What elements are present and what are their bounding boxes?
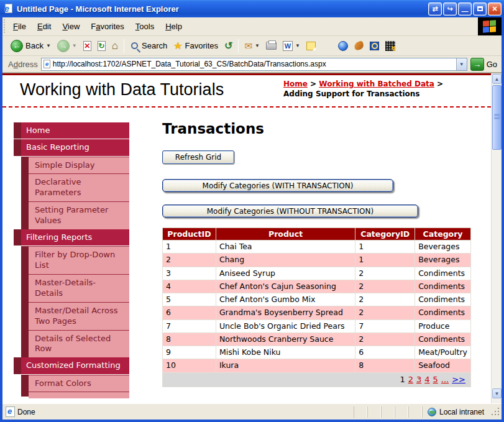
table-cell: 5 <box>163 293 216 306</box>
address-input[interactable]: e http://localhost:1702/ASPNET_Data_Tuto… <box>41 58 467 71</box>
sidebar-item-label: Simple Display <box>29 157 129 174</box>
table-row: 1Chai Tea1Beverages <box>163 241 471 254</box>
site-title: Working with Data Tutorials <box>20 80 224 99</box>
sidebar-item-clipped[interactable] <box>21 392 129 397</box>
history-button[interactable]: ↺ <box>221 40 236 52</box>
discuss-icon <box>306 42 316 50</box>
reference-button[interactable] <box>367 40 382 52</box>
back-button[interactable]: ← Back ▼ <box>7 39 54 53</box>
address-url[interactable]: http://localhost:1702/ASPNET_Data_Tutori… <box>53 60 456 68</box>
minimize-button[interactable]: — <box>458 2 472 16</box>
address-label: Address <box>8 60 38 69</box>
menu-tools[interactable]: Tools <box>130 19 160 34</box>
menu-favorites[interactable]: Favorites <box>85 19 129 34</box>
sidebar-item-label: Basic Reporting <box>21 139 129 155</box>
security-zone: Local intranet <box>422 406 490 418</box>
search-button[interactable]: Search <box>127 40 170 52</box>
table-cell: 3 <box>163 267 216 280</box>
stop-button[interactable]: ✕ <box>80 40 94 52</box>
edit-with-word-button[interactable]: W ▼ <box>280 40 303 52</box>
sidebar-item-format-colors[interactable]: Format Colors <box>21 375 129 392</box>
scroll-down-button[interactable]: ▼ <box>492 388 502 398</box>
table-cell: Mishi Kobe Niku <box>216 346 355 359</box>
sidebar-item-master-detail-across-two-pages[interactable]: Master/Detail Across Two Pages <box>21 302 129 330</box>
pager-page-link[interactable]: 5 <box>433 375 438 384</box>
table-cell: Chef Anton's Cajun Seasoning <box>216 280 355 293</box>
sidebar-item-label: Declarative Parameters <box>29 173 129 201</box>
mail-dropdown-icon[interactable]: ▼ <box>255 43 260 48</box>
refresh-button[interactable]: ↻ <box>94 40 109 52</box>
grid-bolt-icon <box>385 41 395 51</box>
pager-next-link[interactable]: >> <box>452 375 465 384</box>
sidebar-item-label: Details of Selected Row <box>29 330 129 358</box>
back-icon: ← <box>11 40 23 52</box>
discuss-button[interactable] <box>303 40 319 52</box>
sidebar-item-filtering-reports[interactable]: Filtering Reports <box>14 229 129 245</box>
sidebar-item-setting-parameter-values[interactable]: Setting Parameter Values <box>21 201 129 229</box>
messenger-button[interactable] <box>335 40 351 52</box>
close-button[interactable]: ✕ <box>488 2 502 16</box>
forward-button[interactable]: → ▼ <box>54 39 80 53</box>
refresh-grid-button[interactable]: Refresh Grid <box>162 150 234 164</box>
pager-current-page: 1 <box>400 375 405 384</box>
favorites-button[interactable]: ★ Favorites <box>170 40 221 52</box>
edit-dropdown-icon[interactable]: ▼ <box>295 43 300 48</box>
sidebar-accent <box>21 157 29 174</box>
table-cell: 2 <box>355 280 415 293</box>
menu-file[interactable]: File <box>7 19 32 34</box>
table-cell: Condiments <box>415 280 471 293</box>
sidebar-item-master-details-details[interactable]: Master-Details-Details <box>21 274 129 302</box>
research-button[interactable] <box>351 40 367 51</box>
favorites-label: Favorites <box>185 41 218 50</box>
back-dropdown-icon[interactable]: ▼ <box>46 43 51 48</box>
modify-with-transaction-button[interactable]: Modify Categories (WITH TRANSACTION) <box>162 179 393 192</box>
table-cell: Aniseed Syrup <box>216 267 355 280</box>
address-dropdown-button[interactable]: ▼ <box>456 58 467 70</box>
window-undock-button[interactable]: ↪ <box>443 2 457 16</box>
sidebar-item-filter-by-drop-down-list[interactable]: Filter by Drop-Down List <box>21 246 129 274</box>
breadcrumb-link[interactable]: Working with Batched Data <box>319 80 434 88</box>
title-bar[interactable]: e Untitled Page - Microsoft Internet Exp… <box>0 0 504 17</box>
table-cell: 9 <box>163 346 216 359</box>
menu-help[interactable]: Help <box>160 19 188 34</box>
snippet-tool-button[interactable] <box>382 40 398 52</box>
sidebar-item-declarative-parameters[interactable]: Declarative Parameters <box>21 173 129 201</box>
pager-page-link[interactable]: 2 <box>408 375 413 384</box>
search-icon <box>131 42 138 49</box>
table-cell: 7 <box>355 319 415 333</box>
pager-ellipsis-link[interactable]: ... <box>441 375 449 384</box>
maximize-button[interactable] <box>473 2 487 16</box>
window-split-button[interactable]: ⇄ <box>428 2 442 16</box>
breadcrumb-link[interactable]: Home <box>283 80 308 88</box>
modify-without-transaction-button[interactable]: Modify Categories (WITHOUT TRANSACTION) <box>162 204 418 218</box>
table-cell: Ikura <box>216 359 355 372</box>
forward-dropdown-icon[interactable]: ▼ <box>72 43 77 48</box>
sidebar-item-customized-formatting[interactable]: Customized Formatting <box>14 357 129 374</box>
messenger-icon <box>338 41 348 51</box>
print-icon <box>266 42 277 50</box>
menu-grip[interactable] <box>3 19 6 34</box>
go-button[interactable]: → <box>470 58 484 71</box>
menu-edit[interactable]: Edit <box>32 19 57 34</box>
mail-button[interactable]: ✉ ▼ <box>241 40 263 52</box>
scroll-thumb[interactable] <box>492 85 502 150</box>
sidebar-item-simple-display[interactable]: Simple Display <box>21 157 129 174</box>
sidebar-item-details-of-selected-row[interactable]: Details of Selected Row <box>21 330 129 358</box>
vertical-scrollbar[interactable]: ▲ ▼ <box>491 73 502 403</box>
table-cell: 2 <box>355 306 415 319</box>
table-cell: Beverages <box>415 254 471 267</box>
history-icon: ↺ <box>224 41 232 51</box>
table-cell: 2 <box>355 267 415 280</box>
pager-page-link[interactable]: 3 <box>416 375 421 384</box>
table-cell: Condiments <box>415 306 471 319</box>
home-button[interactable]: ⌂ <box>109 39 121 52</box>
table-row: 9Mishi Kobe Niku6Meat/Poultry <box>163 346 471 359</box>
resize-grip[interactable] <box>492 408 500 416</box>
print-button[interactable] <box>263 40 280 51</box>
status-panes <box>354 406 422 418</box>
scroll-up-button[interactable]: ▲ <box>492 74 502 84</box>
menu-view[interactable]: View <box>57 19 85 34</box>
pager-page-link[interactable]: 4 <box>424 375 429 384</box>
sidebar-item-basic-reporting[interactable]: Basic Reporting <box>14 139 129 155</box>
sidebar-item-home[interactable]: Home <box>14 122 129 139</box>
